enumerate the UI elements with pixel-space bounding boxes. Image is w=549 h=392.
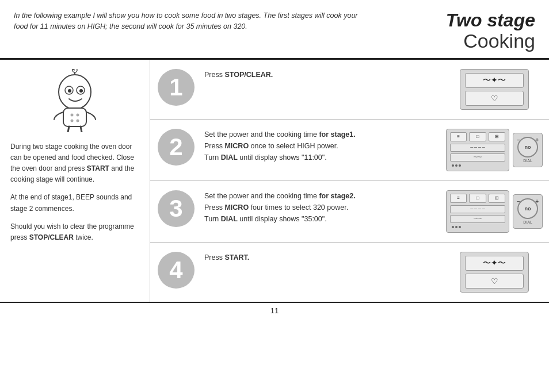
step-4-content: Press START. [202,249,440,295]
step-3-micro: MICRO [224,203,249,212]
heart-button-1: ♡ [465,91,524,106]
svg-point-4 [79,89,83,93]
step-2-line1: Set the power and the cooking time for s… [204,129,433,140]
panel-btn-2a2: □ [469,132,486,141]
header-description: In the following example I will show you… [14,10,359,32]
panel-btn-3a3: ⊞ [489,194,505,203]
dial-plus-2: + [535,137,539,143]
step-2-micro: MICRO [224,142,249,150]
dot-2a [452,164,454,167]
dial-minus-3: − [517,198,520,205]
step-3-number-area: 3 [150,188,202,235]
header: In the following example I will show you… [0,0,549,60]
wave-button-1: 〜✦〜 [465,73,524,88]
step-3-line3: Turn DIAL until display shows "35:00". [204,213,433,225]
heart-button-4: ♡ [465,274,524,289]
step-2-bold: for stage1. [319,130,355,139]
dot-3b [455,226,458,228]
title-two-stage: Two stage [446,10,535,30]
svg-line-15 [81,126,82,132]
step-3-image: ≡ □ ⊞ ─ ─ ─ ─ 〰〰 − [440,188,549,235]
panel-dots-2 [450,163,505,168]
dot-3a [452,226,454,228]
step-2: 2 Set the power and the cooking time for… [150,120,549,181]
dual-panel-3: ≡ □ ⊞ ─ ─ ─ ─ 〰〰 − [446,190,543,233]
left-para2: At the end of stage1, BEEP sounds and st… [10,192,139,214]
page-number: 11 [270,306,279,315]
svg-point-13 [77,119,79,122]
start-label: START [87,164,109,172]
left-para3: Should you wish to clear the programme p… [10,221,139,243]
svg-point-11 [77,113,79,116]
step-1-text-before: Press [204,71,224,79]
step-1-content: Press STOP/CLEAR. [202,67,440,112]
step-1-text-bold: STOP/CLEAR. [224,71,273,79]
mascot-area [10,69,139,132]
dial-label-2: DIAL [523,159,532,163]
step-2-content: Set the power and the cooking time for s… [202,126,440,174]
panel-btn-3a1: ≡ [450,194,467,203]
step-2-line2: Press MICRO once to select HIGH power. [204,140,433,152]
step-2-image: ≡ □ ⊞ ─ ─ ─ ─ 〰〰 − [440,126,549,174]
right-column: 1 Press STOP/CLEAR. 〜✦〜 ♡ 2 [150,60,549,302]
step-1-image: 〜✦〜 ♡ [440,67,549,112]
step-2-circle: 2 [158,129,195,166]
step-2-dial: DIAL [221,153,238,162]
step-2-line3: Turn DIAL until display shows "11:00". [204,152,433,163]
heart-icon-1: ♡ [491,94,498,103]
wave-icon-1: 〜✦〜 [483,75,506,86]
panel-btn-2a1: ≡ [450,132,467,141]
dot-2b [455,164,458,167]
dial-label-3: DIAL [523,220,532,224]
dot-2c [459,164,461,167]
panel-row-3a: ≡ □ ⊞ [450,194,505,203]
step-4-text-bold: START. [224,253,249,262]
panel-btn-3a2: □ [469,194,486,203]
step-4: 4 Press START. 〜✦〜 ♡ [150,243,549,302]
title-cooking: Cooking [446,30,535,52]
dial-minus-2: − [517,137,520,143]
left-para1: During two stage cooking the oven door c… [10,141,139,186]
panel-display-2: ─ ─ ─ ─ [450,144,505,152]
step-4-text-before: Press [204,253,224,262]
title-block: Two stage Cooking [446,10,535,52]
main-panel-3: ≡ □ ⊞ ─ ─ ─ ─ 〰〰 [446,190,509,233]
svg-line-7 [68,69,75,70]
step-1-circle: 1 [158,69,195,106]
step-2-number-area: 2 [150,126,202,174]
heart-icon-4: ♡ [491,276,498,286]
panel-btn-2a3: ⊞ [489,132,505,141]
main-content: During two stage cooking the oven door c… [0,60,549,302]
svg-line-14 [68,126,69,132]
step-4-number-area: 4 [150,249,202,295]
control-panel-1: 〜✦〜 ♡ [460,69,529,110]
dual-panel-2: ≡ □ ⊞ ─ ─ ─ ─ 〰〰 − [446,129,543,171]
step-4-circle: 4 [158,252,195,289]
svg-point-12 [71,119,74,122]
panel-row-2a: ≡ □ ⊞ [450,132,505,141]
stop-label: STOP/CLEAR [29,233,74,241]
step-3-line2: Press MICRO four times to select 320 pow… [204,202,433,213]
step-3: 3 Set the power and the cooking time for… [150,181,549,243]
svg-rect-9 [63,108,86,126]
panel-display-3: ─ ─ ─ ─ [450,205,505,213]
panel-bar-3: 〰〰 [450,215,505,223]
control-panel-4: 〜✦〜 ♡ [460,252,529,293]
wave-button-4: 〜✦〜 [465,256,524,271]
svg-point-3 [68,89,71,93]
svg-point-0 [59,75,91,109]
step-1-number-area: 1 [150,67,202,112]
dial-plus-3: + [535,198,539,205]
step-3-bold: for stage2. [319,192,355,200]
step-3-content: Set the power and the cooking time for s… [202,188,440,235]
step-1: 1 Press STOP/CLEAR. 〜✦〜 ♡ [150,60,549,120]
wave-icon-4: 〜✦〜 [483,258,506,268]
left-column: During two stage cooking the oven door c… [0,60,150,302]
step-4-image: 〜✦〜 ♡ [440,249,549,295]
step-3-circle: 3 [158,190,195,227]
dot-3c [459,226,461,228]
step-3-dial: DIAL [221,215,238,223]
step-3-line1: Set the power and the cooking time for s… [204,190,433,202]
dial-2: − + no DIAL [513,133,543,167]
dial-3: − + no DIAL [513,194,543,229]
